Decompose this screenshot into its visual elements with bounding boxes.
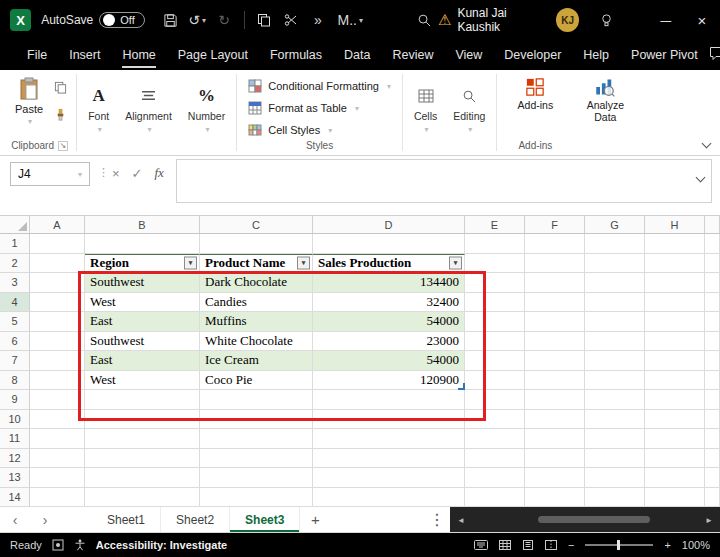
cell-G2[interactable] bbox=[585, 254, 645, 274]
cell-B1[interactable] bbox=[85, 234, 200, 254]
analyze-data-button[interactable]: Analyze Data bbox=[572, 74, 638, 126]
cell-D6[interactable]: 23000 bbox=[313, 332, 465, 352]
editing-group-button[interactable]: Editing ▾ bbox=[445, 70, 493, 155]
cell-D13[interactable] bbox=[313, 468, 465, 488]
cell-C5[interactable]: Muffins bbox=[200, 312, 313, 332]
row-header-14[interactable]: 14 bbox=[0, 488, 30, 508]
cell-F8[interactable] bbox=[525, 371, 585, 391]
cell-F12[interactable] bbox=[525, 449, 585, 469]
menu-tab-formulas[interactable]: Formulas bbox=[259, 40, 333, 70]
cell-G7[interactable] bbox=[585, 351, 645, 371]
cell-C6[interactable]: White Chocolate bbox=[200, 332, 313, 352]
cell-H14[interactable] bbox=[645, 488, 705, 508]
cell-A1[interactable] bbox=[30, 234, 85, 254]
paste-button[interactable]: Paste ▾ bbox=[8, 74, 50, 129]
cell-D1[interactable] bbox=[313, 234, 465, 254]
row-header-3[interactable]: 3 bbox=[0, 273, 30, 293]
cell-A3[interactable] bbox=[30, 273, 85, 293]
cell-A5[interactable] bbox=[30, 312, 85, 332]
cell-B10[interactable] bbox=[85, 410, 200, 430]
cell-B5[interactable]: East bbox=[85, 312, 200, 332]
cell-B3[interactable]: Southwest bbox=[85, 273, 200, 293]
cell-D9[interactable] bbox=[313, 390, 465, 410]
accessibility-status[interactable]: Accessibility: Investigate bbox=[96, 539, 227, 551]
search-icon[interactable] bbox=[411, 0, 438, 40]
cell-H10[interactable] bbox=[645, 410, 705, 430]
enter-icon[interactable]: ✓ bbox=[132, 166, 143, 181]
row-header-11[interactable]: 11 bbox=[0, 429, 30, 449]
cell-F10[interactable] bbox=[525, 410, 585, 430]
cell-B8[interactable]: West bbox=[85, 371, 200, 391]
cell-H5[interactable] bbox=[645, 312, 705, 332]
add-ins-button[interactable]: Add-ins bbox=[502, 74, 568, 114]
zoom-in-button[interactable]: + bbox=[664, 539, 670, 551]
cell-D5[interactable]: 54000 bbox=[313, 312, 465, 332]
horizontal-scrollbar[interactable]: ◄ ► bbox=[450, 507, 720, 532]
zoom-slider[interactable] bbox=[585, 544, 653, 546]
cell-F7[interactable] bbox=[525, 351, 585, 371]
autosave-switch[interactable]: Off bbox=[99, 12, 144, 28]
cell-A10[interactable] bbox=[30, 410, 85, 430]
cell-D8[interactable]: 120900 bbox=[313, 371, 465, 391]
cell-H8[interactable] bbox=[645, 371, 705, 391]
menu-tab-review[interactable]: Review bbox=[381, 40, 444, 70]
formula-input[interactable] bbox=[176, 159, 712, 203]
cell-G1[interactable] bbox=[585, 234, 645, 254]
row-header-5[interactable]: 5 bbox=[0, 312, 30, 332]
menu-tab-page-layout[interactable]: Page Layout bbox=[167, 40, 259, 70]
cut-icon[interactable] bbox=[278, 0, 305, 40]
cell-H2[interactable] bbox=[645, 254, 705, 274]
cell-E13[interactable] bbox=[465, 468, 525, 488]
cell-D11[interactable] bbox=[313, 429, 465, 449]
menu-tab-data[interactable]: Data bbox=[333, 40, 381, 70]
sheet-tab-sheet2[interactable]: Sheet2 bbox=[161, 507, 230, 532]
autosave-toggle[interactable]: AutoSave Off bbox=[41, 12, 145, 28]
cell-G10[interactable] bbox=[585, 410, 645, 430]
cell-H3[interactable] bbox=[645, 273, 705, 293]
table-resize-handle[interactable] bbox=[458, 383, 465, 390]
cell-G6[interactable] bbox=[585, 332, 645, 352]
menu-tab-file[interactable]: File bbox=[16, 40, 58, 70]
row-header-7[interactable]: 7 bbox=[0, 351, 30, 371]
cell-F3[interactable] bbox=[525, 273, 585, 293]
row-header-9[interactable]: 9 bbox=[0, 390, 30, 410]
cell-D10[interactable] bbox=[313, 410, 465, 430]
cell-F9[interactable] bbox=[525, 390, 585, 410]
cell-F6[interactable] bbox=[525, 332, 585, 352]
alignment-group-button[interactable]: Alignment ▾ bbox=[117, 70, 180, 155]
name-box-dropdown-arrow[interactable]: ▾ bbox=[78, 170, 82, 179]
cell-E2[interactable] bbox=[465, 254, 525, 274]
cell-G13[interactable] bbox=[585, 468, 645, 488]
save-icon[interactable] bbox=[157, 0, 184, 40]
cell-G9[interactable] bbox=[585, 390, 645, 410]
cell-H4[interactable] bbox=[645, 293, 705, 313]
scroll-left-icon[interactable]: ◄ bbox=[457, 515, 465, 524]
excel-logo-icon[interactable]: X bbox=[10, 9, 31, 31]
cell-C2[interactable]: Product Name▾ bbox=[200, 254, 313, 274]
row-header-12[interactable]: 12 bbox=[0, 449, 30, 469]
cell-E12[interactable] bbox=[465, 449, 525, 469]
page-break-view-icon[interactable] bbox=[545, 540, 557, 550]
cell-E6[interactable] bbox=[465, 332, 525, 352]
format-painter-button[interactable] bbox=[54, 107, 67, 125]
cell-D7[interactable]: 54000 bbox=[313, 351, 465, 371]
cell-E1[interactable] bbox=[465, 234, 525, 254]
row-header-1[interactable]: 1 bbox=[0, 234, 30, 254]
format-as-table-button[interactable]: Format as Table ▾ bbox=[242, 98, 397, 118]
sheet-tab-sheet3[interactable]: Sheet3 bbox=[230, 507, 300, 532]
name-box[interactable]: J4 ▾ bbox=[10, 162, 90, 186]
cell-F11[interactable] bbox=[525, 429, 585, 449]
insert-function-icon[interactable]: fx bbox=[155, 165, 164, 181]
select-all-button[interactable] bbox=[0, 216, 30, 234]
redo-icon[interactable]: ↻ bbox=[211, 0, 238, 40]
cell-C7[interactable]: Ice Cream bbox=[200, 351, 313, 371]
cell-F2[interactable] bbox=[525, 254, 585, 274]
cell-G3[interactable] bbox=[585, 273, 645, 293]
cell-G11[interactable] bbox=[585, 429, 645, 449]
column-header-D[interactable]: D bbox=[313, 216, 465, 234]
menu-tab-view[interactable]: View bbox=[444, 40, 493, 70]
cell-F14[interactable] bbox=[525, 488, 585, 508]
close-button[interactable]: × bbox=[684, 0, 720, 40]
ribbon-collapse-chevron[interactable] bbox=[702, 139, 712, 149]
scroll-right-icon[interactable]: ► bbox=[705, 515, 713, 524]
